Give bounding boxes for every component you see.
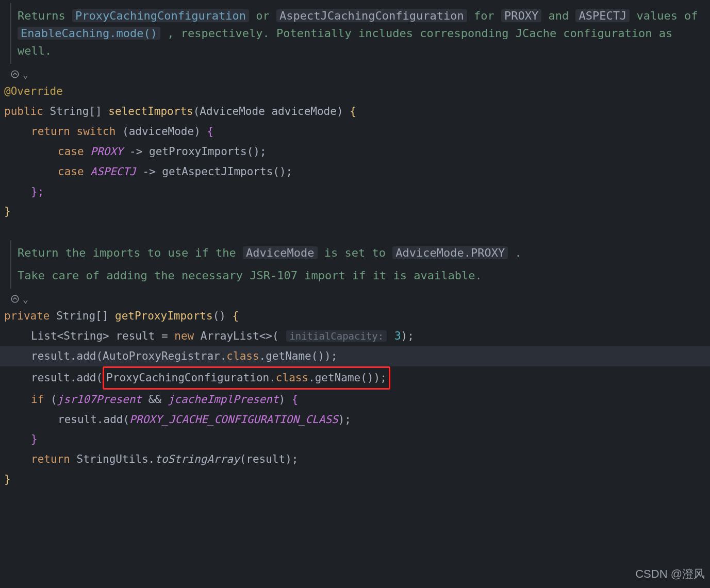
chevron-down-icon[interactable]: ⌄	[23, 66, 28, 83]
doc-text: for	[474, 9, 501, 22]
doc-code: AspectJCachingConfiguration	[276, 9, 467, 22]
code-line-highlighted: result.add(AutoProxyRegistrar.class.getN…	[0, 346, 710, 366]
code-line: List<String> result = new ArrayList<>( i…	[0, 326, 710, 346]
javadoc-block: Return the imports to use if the AdviceM…	[10, 240, 710, 289]
gutter-row: ⌄	[0, 67, 710, 81]
chevron-down-icon[interactable]: ⌄	[23, 291, 28, 308]
doc-text: Take care of adding the necessary JSR-10…	[18, 267, 705, 284]
code-line: return switch (adviceMode) {	[0, 122, 710, 142]
doc-text: and	[548, 9, 575, 22]
code-line: }	[0, 429, 710, 449]
doc-code: PROXY	[501, 9, 541, 22]
doc-text: is set to	[324, 246, 392, 259]
code-line: private String[] getProxyImports() {	[0, 306, 710, 326]
code-line: result.add(ProxyCachingConfiguration.cla…	[0, 366, 710, 390]
doc-code: AdviceMode	[243, 246, 317, 259]
watermark: CSDN @澄风	[635, 564, 705, 585]
code-line: public String[] selectImports(AdviceMode…	[0, 102, 710, 122]
doc-text: Returns	[18, 9, 72, 22]
code-line: return StringUtils.toStringArray(result)…	[0, 449, 710, 469]
javadoc-block: Returns ProxyCachingConfiguration or Asp…	[10, 3, 710, 64]
gutter-row: ⌄	[0, 292, 710, 306]
doc-text: Return the imports to use if the	[18, 246, 243, 259]
code-line: if (jsr107Present && jcacheImplPresent) …	[0, 390, 710, 410]
doc-text: values of	[636, 9, 698, 22]
code-editor[interactable]: Returns ProxyCachingConfiguration or Asp…	[0, 0, 710, 588]
code-line: @Override	[0, 81, 710, 102]
code-line: case ASPECTJ -> getAspectJImports();	[0, 162, 710, 182]
doc-link[interactable]: ProxyCachingConfiguration	[72, 9, 249, 22]
doc-code: AdviceMode.PROXY	[392, 246, 508, 259]
highlighted-annotation: ProxyCachingConfiguration.class.getName(…	[103, 366, 390, 390]
annotation: @Override	[4, 85, 63, 97]
code-line: }	[0, 201, 710, 222]
doc-link[interactable]: EnableCaching.mode()	[18, 27, 160, 40]
code-line: result.add(PROXY_JCACHE_CONFIGURATION_CL…	[0, 410, 710, 430]
svg-point-1	[11, 296, 19, 303]
override-gutter-icon[interactable]	[10, 70, 20, 79]
inlay-hint: initialCapacity:	[286, 330, 387, 342]
code-line: case PROXY -> getProxyImports();	[0, 142, 710, 162]
svg-point-0	[11, 71, 19, 78]
doc-code: ASPECTJ	[575, 9, 630, 22]
override-gutter-icon[interactable]	[10, 294, 20, 304]
code-line: };	[0, 182, 710, 202]
code-line: }	[0, 469, 710, 490]
doc-text: or	[256, 9, 276, 22]
doc-text: .	[515, 246, 521, 259]
